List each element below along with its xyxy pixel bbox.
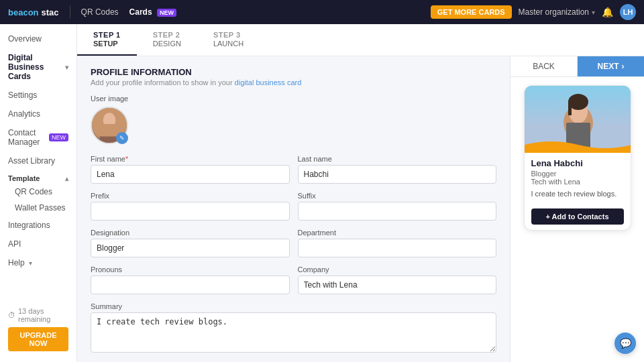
summary-input[interactable]: I create tech review blogs. [91,312,496,353]
content-area: PROFILE INFORMATION Add your profile inf… [77,56,644,362]
edit-avatar-icon[interactable]: ✎ [116,132,128,144]
add-to-contacts-button[interactable]: + Add to Contacts [531,208,624,225]
step-2-number: Step 2 [153,31,181,39]
card-body: Lena Habchi Blogger Tech with Lena I cre… [525,153,631,203]
company-label: Company [298,265,497,274]
sidebar-item-overview[interactable]: Overview [0,29,76,48]
sidebar-item-contact-manager[interactable]: Contact Manager NEW [0,123,76,152]
card-company: Tech with Lena [531,178,624,186]
sidebar-item-digital-business-cards[interactable]: Digital Business Cards ▾ [0,48,76,86]
topnav-right: GET MORE CARDS Master organization ▾ 🔔 L… [431,4,636,20]
sidebar-item-analytics[interactable]: Analytics [0,105,76,123]
get-more-cards-button[interactable]: GET MORE CARDS [431,5,512,19]
prefix-suffix-row: Prefix Suffix [91,192,496,221]
sidebar-item-integrations[interactable]: Integrations [0,216,76,235]
pronouns-input[interactable] [91,276,290,294]
chat-bubble[interactable]: 💬 [614,333,636,354]
sidebar-item-api[interactable]: API [0,235,76,253]
step-2-label: DESIGN [153,40,181,48]
main-content: Step 1 SETUP Step 2 DESIGN Step 3 LAUNCH… [77,24,644,362]
step-2-design[interactable]: Step 2 DESIGN [137,24,197,56]
prefix-label: Prefix [91,192,290,200]
step-3-launch[interactable]: Step 3 LAUNCH [197,24,260,56]
clock-icon: ⏱ [8,311,15,319]
chat-icon: 💬 [620,338,631,349]
sidebar-item-qr-codes[interactable]: QR Codes [0,184,76,200]
prefix-input[interactable] [91,202,290,221]
days-remaining: ⏱ 13 days remaining [8,307,68,323]
first-name-label: First name* [91,155,290,163]
sidebar-item-settings[interactable]: Settings [0,86,76,105]
card-photo [525,86,631,153]
help-chevron-icon: ▾ [29,259,32,267]
company-group: Company [298,265,497,294]
top-navigation: beaconstac QR Codes Cards NEW GET MORE C… [0,0,644,24]
svg-rect-9 [568,102,572,115]
user-image-area: ✎ [91,107,496,144]
designation-input[interactable] [91,239,290,257]
form-panel: PROFILE INFORMATION Add your profile inf… [77,56,510,362]
pronouns-group: Pronouns [91,265,290,294]
sidebar: Overview Digital Business Cards ▾ Settin… [0,24,77,362]
next-arrow-icon: › [622,62,625,71]
summary-group: Summary I create tech review blogs. [91,302,496,353]
department-input[interactable] [298,239,497,257]
last-name-group: Last name [298,155,497,184]
step-1-number: Step 1 [93,31,121,39]
upgrade-button[interactable]: UPGRADE NOW [8,327,68,351]
suffix-input[interactable] [298,202,497,221]
digital-card-link[interactable]: digital business card [235,78,302,86]
company-input[interactable] [298,276,497,294]
card-title: Blogger [531,170,624,178]
name-row: First name* Last name [91,155,496,184]
nav-qr-codes[interactable]: QR Codes [81,7,119,17]
avatar[interactable]: LH [620,4,636,20]
first-name-group: First name* [91,155,290,184]
department-label: Department [298,229,497,237]
template-chevron-icon: ▴ [65,175,68,182]
summary-label: Summary [91,302,496,310]
nav-divider [70,5,70,19]
designation-department-row: Designation Department [91,229,496,257]
designation-label: Designation [91,229,290,237]
step-3-number: Step 3 [213,31,244,39]
preview-panel: BACK NEXT › [510,56,644,362]
back-button[interactable]: BACK [511,56,578,76]
step-1-setup[interactable]: Step 1 SETUP [77,24,137,56]
logo: beaconstac [8,7,59,17]
next-button[interactable]: NEXT › [578,56,644,76]
first-name-input[interactable] [91,165,290,184]
pronouns-label: Pronouns [91,265,290,274]
main-layout: Overview Digital Business Cards ▾ Settin… [0,24,644,362]
sidebar-item-wallet-passes[interactable]: Wallet Passes [0,200,76,216]
profile-section-subtitle: Add your profile information to show in … [91,78,496,86]
sidebar-item-asset-library[interactable]: Asset Library [0,152,76,170]
nav-cards[interactable]: Cards NEW [129,7,176,17]
notification-icon[interactable]: 🔔 [602,7,613,17]
avatar-upload[interactable]: ✎ [91,107,128,144]
step-3-label: LAUNCH [213,40,244,48]
contact-manager-badge: NEW [49,133,68,141]
prefix-group: Prefix [91,192,290,221]
org-chevron-icon: ▾ [592,9,595,16]
user-image-label: User image [91,95,496,103]
pronouns-company-row: Pronouns Company [91,265,496,294]
card-summary: I create tech review blogs. [531,190,624,198]
preview-actions: BACK NEXT › [511,56,644,77]
org-selector[interactable]: Master organization ▾ [519,7,595,17]
last-name-label: Last name [298,155,497,163]
sidebar-item-help[interactable]: Help ▾ [0,253,76,272]
step-1-label: SETUP [93,40,121,48]
steps-bar: Step 1 SETUP Step 2 DESIGN Step 3 LAUNCH [77,24,644,56]
suffix-group: Suffix [298,192,497,221]
card-name: Lena Habchi [531,158,624,168]
sidebar-template-section: Template ▴ [0,170,76,184]
suffix-label: Suffix [298,192,497,200]
profile-section-title: PROFILE INFORMATION [91,67,496,77]
sidebar-bottom: ⏱ 13 days remaining UPGRADE NOW [0,302,76,357]
designation-group: Designation [91,229,290,257]
cards-badge: NEW [157,9,176,17]
department-group: Department [298,229,497,257]
dbc-chevron-icon: ▾ [65,64,68,71]
last-name-input[interactable] [298,165,497,184]
